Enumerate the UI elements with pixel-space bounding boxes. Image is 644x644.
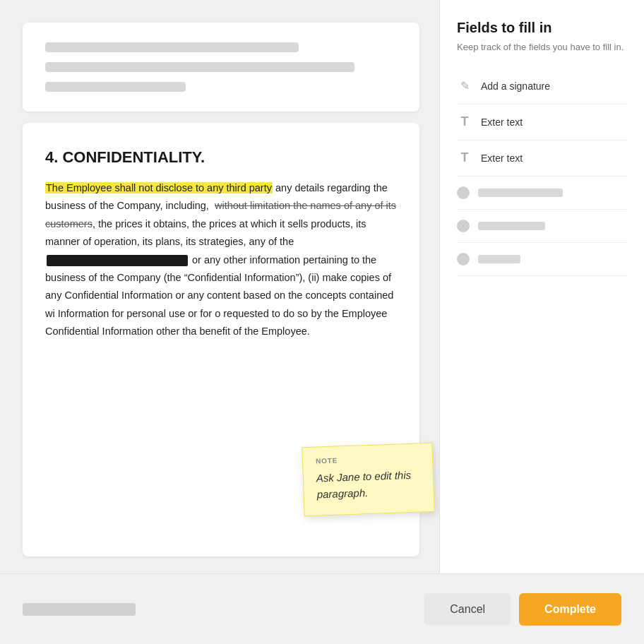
placeholder-field-line-3 (478, 255, 520, 263)
complete-button[interactable]: Complete (519, 593, 621, 626)
doc-placeholder-card (23, 23, 419, 112)
text-label-1: Exter text (481, 117, 523, 128)
cancel-button[interactable]: Cancel (424, 593, 511, 626)
section-title: 4. CONFIDENTIALITY. (45, 148, 397, 167)
sticky-note-label: NOTE (316, 453, 419, 465)
placeholder-line-1 (45, 42, 299, 52)
signature-icon: ✎ (457, 78, 472, 94)
document-text: The Employee shall not disclose to any t… (45, 179, 397, 340)
field-item-text-1[interactable]: T Exter text (457, 105, 627, 141)
circle-icon-1 (457, 186, 470, 199)
placeholder-field-line-2 (478, 222, 545, 230)
placeholder-field-line-1 (478, 189, 563, 197)
field-item-placeholder-1[interactable] (457, 177, 627, 210)
sticky-note-text: Ask Jane to edit this paragraph. (316, 467, 421, 502)
circle-icon-2 (457, 220, 470, 232)
right-panel: Fields to fill in Keep track of the fiel… (439, 0, 644, 573)
placeholder-line-3 (45, 82, 186, 92)
redacted-block (47, 255, 188, 266)
doc-content-card: 4. CONFIDENTIALITY. The Employee shall n… (23, 123, 419, 556)
field-item-signature[interactable]: ✎ Add a signature (457, 68, 627, 105)
text-icon-2: T (457, 150, 472, 166)
modal-body: 4. CONFIDENTIALITY. The Employee shall n… (0, 0, 644, 573)
highlighted-text: The Employee shall not disclose to any t… (45, 182, 273, 193)
modal: 4. CONFIDENTIALITY. The Employee shall n… (0, 0, 644, 644)
fields-subtitle: Keep track of the fields you have to fil… (457, 40, 627, 54)
signature-label: Add a signature (481, 80, 550, 92)
circle-icon-3 (457, 253, 470, 266)
sticky-note: NOTE Ask Jane to edit this paragraph. (302, 443, 434, 516)
text-label-2: Exter text (481, 153, 523, 164)
footer-buttons: Cancel Complete (424, 593, 621, 626)
field-list: ✎ Add a signature T Exter text T Exter t… (457, 68, 627, 276)
text-icon-1: T (457, 114, 472, 130)
strikethrough-text: without limitation the names of any of i… (45, 200, 396, 229)
left-panel: 4. CONFIDENTIALITY. The Employee shall n… (0, 0, 439, 573)
field-item-placeholder-3[interactable] (457, 243, 627, 276)
placeholder-line-2 (45, 62, 354, 72)
fields-title: Fields to fill in (457, 20, 627, 36)
footer-placeholder (23, 603, 136, 616)
field-item-placeholder-2[interactable] (457, 210, 627, 243)
field-item-text-2[interactable]: T Exter text (457, 141, 627, 177)
footer: Cancel Complete (0, 573, 644, 644)
